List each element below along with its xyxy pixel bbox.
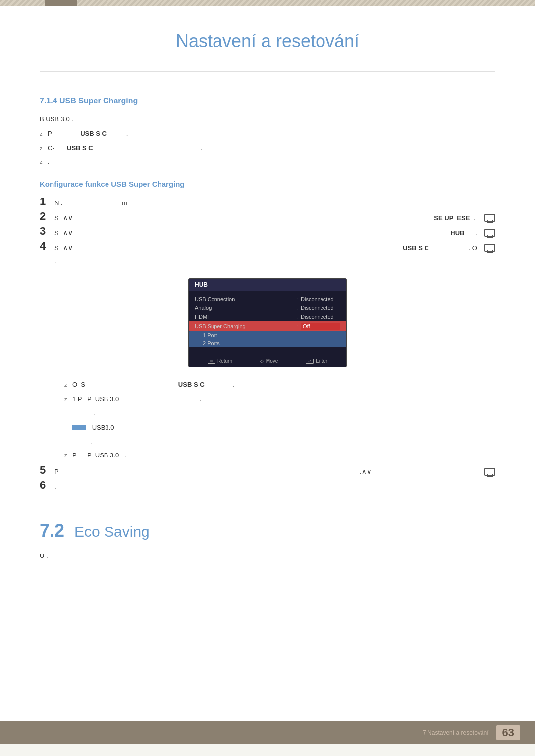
step-3: 3 S ∧∨ HUB . bbox=[40, 227, 495, 237]
monitor-icon-3 bbox=[484, 229, 495, 237]
osd-footer: III Return ◇ Move ↵ Enter bbox=[189, 355, 346, 367]
section-7-2-title: Eco Saving bbox=[74, 523, 150, 540]
section-7-2: 7.2 Eco Saving U . bbox=[40, 520, 495, 561]
monitor-icon-2 bbox=[484, 214, 495, 222]
wave-icon-4: ∧∨ bbox=[63, 244, 73, 252]
blue-rect-note: USB3.0 bbox=[64, 423, 495, 433]
blue-rect-icon bbox=[72, 425, 86, 430]
monitor-icon-4 bbox=[484, 244, 495, 252]
sub-after-z3: z P P USB 3.0 . bbox=[64, 451, 495, 461]
sub-line-3: z . bbox=[40, 157, 495, 167]
monitor-icon-5 bbox=[484, 468, 495, 476]
osd-container: HUB USB Connection : Disconnected Analog… bbox=[40, 278, 495, 367]
step-6: 6 . bbox=[40, 481, 495, 491]
step-2: 2 S ∧∨ SE UP ESE . bbox=[40, 212, 495, 222]
section-7-1-4-heading: 7.1.4 USB Super Charging bbox=[40, 97, 495, 105]
move-icon: ◇ bbox=[260, 358, 264, 364]
osd-row-usb-connection: USB Connection : Disconnected bbox=[189, 295, 346, 303]
footer-page-number: 63 bbox=[496, 725, 520, 740]
footer-text: 7 Nastavení a resetování bbox=[423, 729, 488, 736]
body-line-1: B USB 3.0 . bbox=[40, 114, 495, 125]
top-decorative-bar bbox=[0, 0, 535, 6]
step-4-note: . bbox=[40, 256, 495, 266]
footer-return: III Return bbox=[208, 358, 232, 364]
osd-row-usb-super-charging: USB Super Charging : Off bbox=[189, 321, 346, 331]
osd-dropdown-1port: 1 Port bbox=[189, 331, 346, 339]
step-4: 4 S ∧∨ USB S C . O bbox=[40, 242, 495, 252]
step-1: 1 N . m bbox=[40, 197, 495, 207]
sub-line-2: z C- USB S C . bbox=[40, 143, 495, 153]
wave-icon-3: ∧∨ bbox=[63, 229, 73, 237]
footer-enter: ↵ Enter bbox=[306, 358, 327, 364]
sub-after-z2-note: . bbox=[64, 408, 495, 419]
page-footer: 7 Nastavení a resetování 63 bbox=[0, 721, 535, 744]
top-bar-accent bbox=[45, 0, 77, 6]
sub-line-1: z P USB S C . bbox=[40, 129, 495, 139]
sub-after-z2: z 1 P P USB 3.0 . bbox=[64, 394, 495, 404]
osd-row-analog: Analog : Disconnected bbox=[189, 303, 346, 312]
return-icon: III bbox=[208, 359, 215, 364]
osd-dropdown: 1 Port 2 Ports bbox=[189, 331, 346, 347]
sub-steps-after-osd: z O S USB S C . z 1 P P USB 3.0 bbox=[64, 380, 495, 460]
enter-icon: ↵ bbox=[306, 359, 314, 364]
footer-move: ◇ Move bbox=[260, 358, 278, 364]
page-content: Nastavení a resetování 7.1.4 USB Super C… bbox=[0, 6, 535, 744]
osd-dropdown-2ports: 2 Ports bbox=[189, 339, 346, 347]
blue-rect-sub: . bbox=[64, 437, 495, 447]
osd-box: HUB USB Connection : Disconnected Analog… bbox=[188, 278, 347, 367]
page-title: Nastavení a resetování bbox=[40, 21, 495, 72]
section-7-2-heading: 7.2 Eco Saving bbox=[40, 520, 495, 541]
konfigurace-heading: Konfigurace funkce USB Super Charging bbox=[40, 180, 495, 188]
section-7-2-number: 7.2 bbox=[40, 520, 64, 541]
osd-row-hdmi: HDMI : Disconnected bbox=[189, 312, 346, 321]
sub-after-z1: z O S USB S C . bbox=[64, 380, 495, 390]
osd-content: USB Connection : Disconnected Analog : D… bbox=[189, 291, 346, 355]
wave-icon-2: ∧∨ bbox=[63, 214, 73, 222]
section-7-2-body: U . bbox=[40, 551, 495, 561]
step-5: 5 P .∧∨ bbox=[40, 466, 495, 476]
osd-title: HUB bbox=[189, 279, 346, 291]
section-7-1-4: 7.1.4 USB Super Charging B USB 3.0 . z P… bbox=[40, 97, 495, 167]
